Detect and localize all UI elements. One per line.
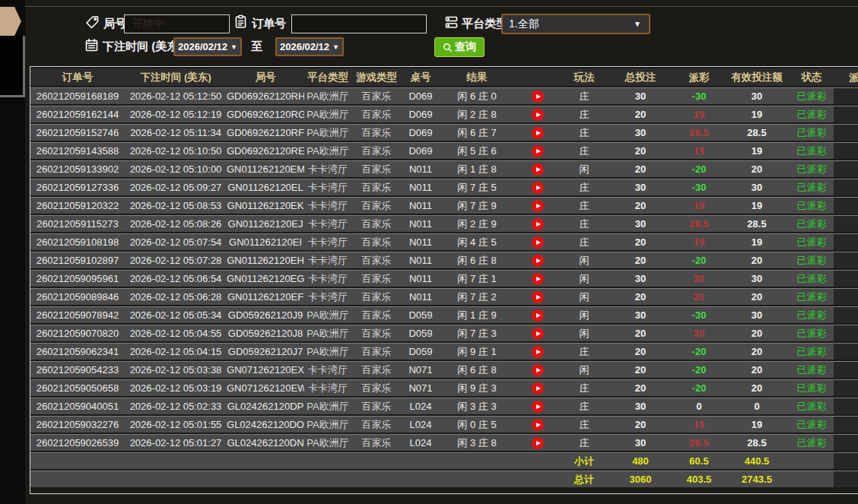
replay-play-icon[interactable] (532, 218, 544, 230)
cell-table-no: N011 (402, 197, 440, 214)
cell-bet-time: 2026-02-12 05:08:26 (125, 215, 227, 232)
col-game-type: 游戏类型 (351, 68, 402, 86)
cell-play-type: 庄 (561, 142, 607, 159)
cell-status: 已派彩 (790, 233, 834, 250)
cell-total-bet: 20 (607, 325, 674, 341)
cell-bet-time: 2026-02-12 05:04:55 (125, 325, 227, 341)
cell-order-no: 260212059050658 (30, 379, 125, 396)
side-tab-shape[interactable] (0, 7, 21, 36)
replay-play-icon[interactable] (532, 182, 544, 194)
cell-payout: -20 (674, 343, 724, 360)
date-to-picker[interactable]: 2026/02/12▼ (275, 37, 344, 56)
order-no-input[interactable] (291, 14, 427, 33)
replay-button (514, 306, 561, 323)
cell-platform-type: 卡卡湾厅 (304, 197, 351, 214)
subtotal-label: 小计 (561, 452, 607, 469)
replay-play-icon[interactable] (532, 109, 544, 121)
cell-game-type: 百家乐 (351, 215, 402, 232)
table-row: 2602120590789422026-02-12 05:05:34GD0592… (30, 306, 858, 323)
cell-valid-bet: 20 (724, 160, 790, 177)
search-icon (443, 43, 453, 52)
replay-play-icon[interactable] (532, 309, 544, 322)
search-button[interactable]: 查询 (434, 37, 485, 57)
cell-platform-type: 卡卡湾厅 (304, 379, 351, 396)
replay-play-icon[interactable] (532, 90, 544, 103)
replay-button (514, 270, 561, 287)
cell-game-no: GN011262120EL (227, 179, 304, 195)
replay-play-icon[interactable] (532, 382, 544, 395)
records-table-container[interactable]: 订单号 下注时间 (美东) 局号 平台类型 游戏类型 桌号 结果 玩法 总投注 … (30, 66, 858, 494)
cell-total-bet: 20 (607, 160, 674, 177)
table-row: 2602120591273362026-02-12 05:09:27GN0112… (30, 179, 858, 195)
cell-bet-time: 2026-02-12 05:09:27 (125, 179, 227, 195)
replay-play-icon[interactable] (532, 236, 544, 249)
table-row: 2602120591435882026-02-12 05:10:50GD0692… (30, 142, 858, 159)
cell-result: 闲 3 庄 8 (440, 434, 514, 451)
cell-result: 闲 7 庄 3 (440, 325, 514, 341)
replay-play-icon[interactable] (532, 291, 544, 303)
replay-play-icon[interactable] (532, 419, 544, 431)
cell-status: 已派彩 (790, 124, 834, 141)
cell-payout-time-clipped (834, 124, 858, 141)
cell-total-bet: 20 (607, 233, 674, 250)
bet-records-table: 订单号 下注时间 (美东) 局号 平台类型 游戏类型 桌号 结果 玩法 总投注 … (30, 67, 858, 489)
replay-play-icon[interactable] (532, 273, 544, 285)
replay-button (514, 124, 561, 141)
cell-payout-time-clipped (834, 87, 858, 104)
replay-play-icon[interactable] (532, 163, 544, 176)
replay-play-icon[interactable] (532, 346, 544, 358)
cell-bet-time: 2026-02-12 05:06:54 (125, 270, 227, 287)
replay-play-icon[interactable] (532, 255, 544, 267)
cell-order-no: 260212059168189 (30, 87, 125, 104)
cell-valid-bet: 20 (724, 288, 790, 305)
cell-result: 闲 7 庄 2 (440, 288, 514, 305)
cell-game-type: 百家乐 (351, 379, 402, 396)
replay-button (514, 160, 561, 177)
cell-play-type: 庄 (561, 87, 607, 104)
tag-icon (85, 15, 100, 30)
cell-result: 闲 3 庄 3 (440, 398, 514, 414)
cell-play-type: 庄 (561, 197, 607, 214)
bet-time-label: 下注时间 (美东) (103, 39, 182, 54)
cell-result: 闲 6 庄 8 (440, 252, 514, 268)
replay-play-icon[interactable] (532, 328, 544, 340)
col-payout: 派彩 (674, 68, 724, 86)
cell-order-no: 260212059070820 (30, 325, 125, 341)
cell-payout-time-clipped (834, 361, 858, 378)
platform-type-select[interactable]: 1.全部 ▼ (501, 14, 650, 34)
cell-play-type: 庄 (561, 379, 607, 396)
cell-order-no: 260212059162144 (30, 106, 125, 122)
cell-table-no: D059 (402, 325, 440, 341)
cell-order-no: 260212059152746 (30, 124, 125, 141)
replay-play-icon[interactable] (532, 364, 544, 376)
date-from-picker[interactable]: 2026/02/12▼ (173, 37, 242, 56)
cell-payout: 19 (674, 416, 724, 433)
subtotal-total-bet: 480 (607, 452, 674, 469)
cell-payout: 19 (674, 233, 724, 250)
replay-play-icon[interactable] (532, 127, 544, 139)
replay-button (514, 398, 561, 414)
cell-platform-type: PA欧洲厅 (304, 434, 351, 451)
replay-play-icon[interactable] (532, 145, 544, 157)
cell-platform-type: 卡卡湾厅 (304, 288, 351, 305)
replay-play-icon[interactable] (532, 200, 544, 212)
cell-game-type: 百家乐 (351, 142, 402, 159)
cell-platform-type: PA欧洲厅 (304, 124, 351, 141)
cell-order-no: 260212059032276 (30, 416, 125, 433)
cell-payout: 28.5 (674, 434, 724, 451)
cell-payout-time-clipped (834, 252, 858, 268)
bet-records-page: 局号 开牌中 订单号 平台类型 1.全部 ▼ 下注时间 (美东) 2026/02… (0, 0, 858, 504)
cell-play-type: 庄 (561, 179, 607, 195)
grand-total-row: 总计 3060 403.5 2743.5 (30, 471, 858, 487)
replay-play-icon[interactable] (532, 401, 544, 413)
col-valid-bet: 有效投注额 (724, 68, 790, 86)
table-row: 2602120590898462026-02-12 05:06:28GN0112… (30, 288, 858, 305)
grand-total-total-bet: 3060 (607, 471, 674, 487)
cell-game-type: 百家乐 (351, 270, 402, 287)
cell-play-type: 庄 (561, 398, 607, 414)
replay-play-icon[interactable] (532, 437, 544, 449)
game-no-input[interactable]: 开牌中 (124, 14, 230, 33)
cell-platform-type: 卡卡湾厅 (304, 179, 351, 195)
cell-game-type: 百家乐 (351, 288, 402, 305)
cell-game-no: GD059262120J8 (227, 325, 304, 341)
